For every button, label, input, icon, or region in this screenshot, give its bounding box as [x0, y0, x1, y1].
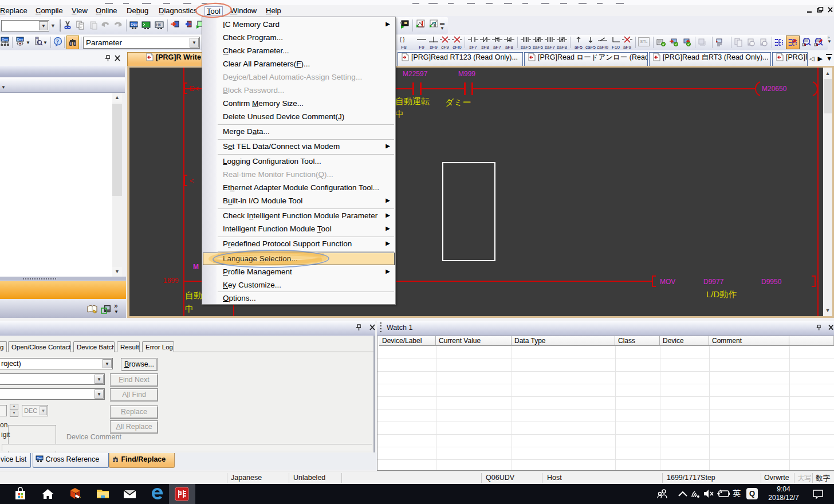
- svg-text:M: M: [193, 263, 199, 271]
- svg-text:<: <: [190, 177, 194, 185]
- svg-text:D<: D<: [190, 85, 199, 93]
- svg-text:HK: HK: [156, 23, 162, 27]
- svg-text:自動: 自動: [185, 290, 202, 300]
- svg-text:M999: M999: [458, 70, 475, 78]
- svg-text:D9950: D9950: [761, 278, 782, 286]
- svg-text:ダミー: ダミー: [445, 97, 471, 107]
- svg-text:MOV: MOV: [660, 278, 675, 286]
- svg-text:中: 中: [395, 109, 404, 119]
- svg-text:1699: 1699: [163, 277, 179, 285]
- svg-text:{ }: { }: [400, 37, 405, 42]
- svg-text:M22597: M22597: [403, 70, 428, 78]
- svg-text:L/D動作: L/D動作: [706, 289, 737, 299]
- svg-text:M20650: M20650: [762, 85, 787, 93]
- svg-text:自動運転: 自動運転: [395, 96, 430, 106]
- svg-text:Dev: Dev: [37, 456, 43, 460]
- svg-text:?: ?: [56, 38, 59, 45]
- svg-text:Dev: Dev: [131, 22, 138, 26]
- svg-text:Dev: Dev: [17, 38, 23, 41]
- svg-text:Dev: Dev: [2, 38, 8, 41]
- svg-text:中: 中: [185, 304, 194, 313]
- svg-text:D9977: D9977: [703, 278, 724, 286]
